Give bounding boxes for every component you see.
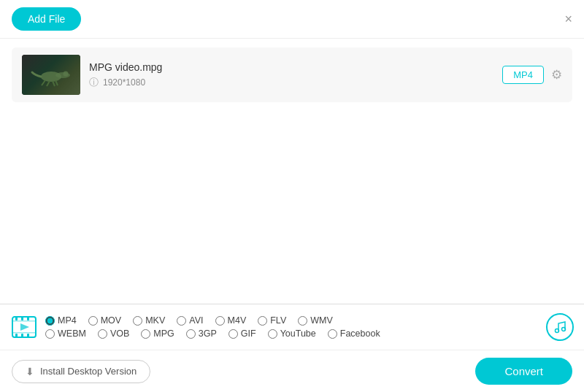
radio-label-youtube: YouTube	[280, 328, 316, 339]
action-row: ⬇ Install Desktop Version Convert	[0, 350, 584, 392]
radio-label-flv: FLV	[270, 315, 286, 326]
radio-gif[interactable]	[228, 329, 238, 339]
film-icon-wrap	[7, 310, 41, 344]
svg-marker-16	[20, 323, 29, 331]
format-row: MP4MOVMKVAVIM4VFLVWMV WEBMVOBMPG3GPGIFYo…	[0, 304, 584, 350]
radio-item-vob[interactable]: VOB	[98, 328, 129, 339]
radio-mov[interactable]	[88, 316, 98, 326]
radio-vob[interactable]	[98, 329, 107, 339]
format-line-1: MP4MOVMKVAVIM4VFLVWMV	[45, 315, 539, 326]
radio-avi[interactable]	[177, 316, 186, 326]
close-button[interactable]: ×	[564, 12, 572, 26]
radio-youtube[interactable]	[268, 329, 277, 339]
radio-m4v[interactable]	[215, 316, 225, 326]
radio-wmv[interactable]	[298, 316, 307, 326]
radio-item-flv[interactable]: FLV	[258, 315, 286, 326]
file-info: MPG video.mpg ⓘ 1920*1080	[89, 61, 493, 89]
radio-label-3gp: 3GP	[199, 328, 217, 339]
radio-label-webm: WEBM	[58, 328, 86, 339]
music-icon-wrap[interactable]	[543, 310, 577, 344]
radio-label-avi: AVI	[189, 315, 203, 326]
install-label: Install Desktop Version	[40, 366, 137, 377]
svg-rect-13	[15, 334, 18, 337]
svg-rect-9	[12, 332, 36, 334]
radio-item-mp4[interactable]: MP4	[45, 315, 77, 326]
file-item: MPG video.mpg ⓘ 1920*1080 MP4 ⚙	[12, 47, 572, 102]
convert-button[interactable]: Convert	[475, 358, 572, 385]
svg-point-17	[556, 329, 559, 333]
radio-label-m4v: M4V	[228, 315, 247, 326]
content-area	[0, 111, 584, 279]
install-button[interactable]: ⬇ Install Desktop Version	[12, 360, 150, 383]
top-bar: Add File ×	[0, 0, 584, 39]
radio-label-vob: VOB	[110, 328, 129, 339]
file-resolution: 1920*1080	[103, 77, 145, 88]
radio-item-webm[interactable]: WEBM	[45, 328, 86, 339]
radio-webm[interactable]	[45, 329, 55, 339]
radio-item-3gp[interactable]: 3GP	[186, 328, 217, 339]
film-icon	[11, 314, 37, 340]
radio-mpg[interactable]	[141, 329, 150, 339]
radio-label-facebook: Facebook	[340, 328, 380, 339]
radio-mp4[interactable]	[45, 316, 55, 326]
radio-item-facebook[interactable]: Facebook	[328, 328, 380, 339]
radio-flv[interactable]	[258, 316, 267, 326]
radio-item-youtube[interactable]: YouTube	[268, 328, 316, 339]
svg-rect-8	[12, 320, 36, 322]
radio-mkv[interactable]	[133, 316, 142, 326]
file-thumbnail	[22, 55, 80, 95]
radio-label-mov: MOV	[101, 315, 121, 326]
svg-line-3	[42, 80, 45, 85]
svg-line-4	[47, 81, 50, 86]
download-icon: ⬇	[26, 366, 34, 377]
file-actions: MP4 ⚙	[502, 66, 562, 84]
radio-3gp[interactable]	[186, 329, 196, 339]
radio-item-mov[interactable]: MOV	[88, 315, 121, 326]
svg-rect-10	[15, 317, 18, 320]
radio-label-gif: GIF	[241, 328, 256, 339]
radio-item-mkv[interactable]: MKV	[133, 315, 165, 326]
settings-button[interactable]: ⚙	[551, 67, 562, 82]
format-line-2: WEBMVOBMPG3GPGIFYouTubeFacebook	[45, 328, 539, 339]
svg-rect-15	[27, 334, 29, 337]
format-badge-button[interactable]: MP4	[502, 66, 544, 84]
file-name: MPG video.mpg	[89, 61, 493, 73]
radio-label-mpg: MPG	[153, 328, 174, 339]
svg-rect-11	[21, 317, 23, 320]
svg-line-5	[55, 80, 58, 85]
svg-line-6	[53, 81, 55, 86]
bottom-bar: MP4MOVMKVAVIM4VFLVWMV WEBMVOBMPG3GPGIFYo…	[0, 304, 584, 392]
radio-item-avi[interactable]: AVI	[177, 315, 203, 326]
svg-rect-14	[21, 334, 23, 337]
radio-item-wmv[interactable]: WMV	[298, 315, 333, 326]
radio-item-m4v[interactable]: M4V	[215, 315, 247, 326]
radio-item-gif[interactable]: GIF	[228, 328, 256, 339]
add-file-button[interactable]: Add File	[12, 7, 81, 31]
radio-label-wmv: WMV	[310, 315, 333, 326]
music-icon	[553, 320, 567, 334]
radio-item-mpg[interactable]: MPG	[141, 328, 174, 339]
file-meta: ⓘ 1920*1080	[89, 76, 493, 89]
file-list: MPG video.mpg ⓘ 1920*1080 MP4 ⚙	[0, 39, 584, 111]
svg-point-2	[64, 71, 69, 76]
radio-label-mp4: MP4	[58, 315, 77, 326]
radio-facebook[interactable]	[328, 329, 337, 339]
svg-rect-12	[27, 317, 29, 320]
info-icon: ⓘ	[89, 76, 99, 89]
radio-label-mkv: MKV	[145, 315, 165, 326]
svg-point-18	[562, 328, 566, 331]
thumbnail-image	[22, 55, 80, 95]
formats-grid: MP4MOVMKVAVIM4VFLVWMV WEBMVOBMPG3GPGIFYo…	[41, 315, 543, 339]
music-icon-circle	[546, 313, 574, 341]
